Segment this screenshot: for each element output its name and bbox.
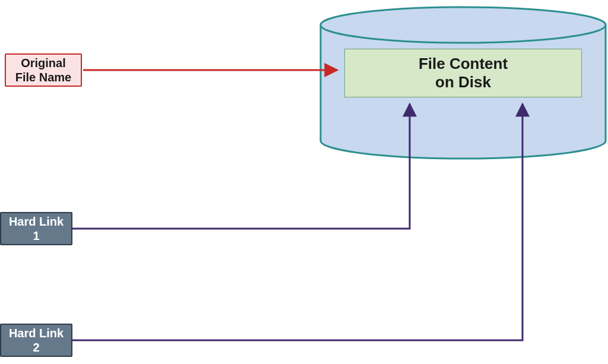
label: Hard Link (9, 215, 64, 228)
label: 1 (33, 229, 39, 242)
label: File Name (15, 71, 71, 84)
label: Original (21, 56, 66, 69)
label: 2 (33, 341, 39, 354)
svg-point-0 (321, 7, 606, 43)
node-hardlink-2: Hard Link 2 (0, 324, 72, 357)
label: File Content (419, 55, 508, 72)
node-hardlink-1: Hard Link 1 (0, 212, 72, 245)
label: Hard Link (9, 327, 64, 340)
arrow-hardlink1-to-content (72, 104, 410, 229)
arrow-hardlink2-to-content (72, 104, 522, 340)
label: on Disk (435, 73, 491, 91)
node-file-content: File Content on Disk (344, 49, 582, 97)
node-original-file-name: Original File Name (5, 53, 82, 87)
